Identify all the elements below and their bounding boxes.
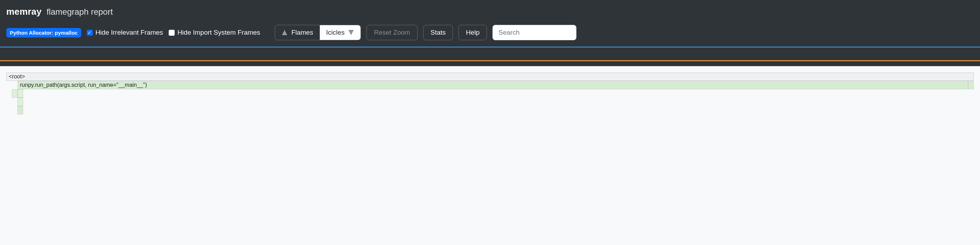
checkbox-unchecked-icon — [169, 30, 175, 36]
checkbox-checked-icon: ✓ — [87, 30, 93, 36]
flame-indent — [6, 89, 12, 98]
flames-label: Flames — [291, 29, 313, 37]
help-button[interactable]: Help — [458, 25, 487, 40]
header-gap — [0, 61, 980, 66]
search-input[interactable] — [492, 25, 576, 40]
flames-icon — [282, 29, 288, 36]
header-substrip — [0, 48, 980, 60]
flame-frame-tiny[interactable] — [12, 89, 18, 98]
hide-irrelevant-label: Hide Irrelevant Frames — [95, 29, 163, 37]
hide-irrelevant-checkbox[interactable]: ✓ Hide Irrelevant Frames — [87, 29, 163, 37]
stats-button[interactable]: Stats — [423, 25, 453, 40]
brand-title: memray — [6, 6, 41, 17]
flames-toggle[interactable]: Flames — [275, 25, 319, 40]
flamegraph: <root> runpy.run_path(args.script, run_n… — [0, 66, 980, 121]
hide-import-label: Hide Import System Frames — [177, 29, 260, 37]
flame-indent — [6, 98, 18, 106]
reset-zoom-button[interactable]: Reset Zoom — [366, 25, 417, 40]
flame-frame-tiny[interactable] — [968, 81, 974, 89]
flame-frame-tiny[interactable] — [18, 106, 23, 115]
allocator-badge: Python Allocator: pymalloc — [6, 28, 81, 37]
view-toggle-group: Flames Icicles — [275, 25, 361, 40]
icicles-toggle[interactable]: Icicles — [320, 25, 361, 40]
page-subtitle: flamegraph report — [46, 7, 113, 17]
flame-frame-tiny[interactable] — [18, 89, 23, 98]
flame-indent — [6, 81, 18, 89]
icicles-label: Icicles — [326, 29, 345, 37]
toolbar: Python Allocator: pymalloc ✓ Hide Irrele… — [6, 25, 974, 46]
flame-indent — [6, 106, 18, 115]
flame-frame-tiny[interactable] — [18, 98, 23, 106]
icicles-icon — [348, 29, 354, 36]
hide-import-checkbox[interactable]: Hide Import System Frames — [169, 29, 260, 37]
flame-frame[interactable]: runpy.run_path(args.script, run_name="__… — [18, 81, 968, 89]
flame-frame-root[interactable]: <root> — [6, 72, 974, 81]
